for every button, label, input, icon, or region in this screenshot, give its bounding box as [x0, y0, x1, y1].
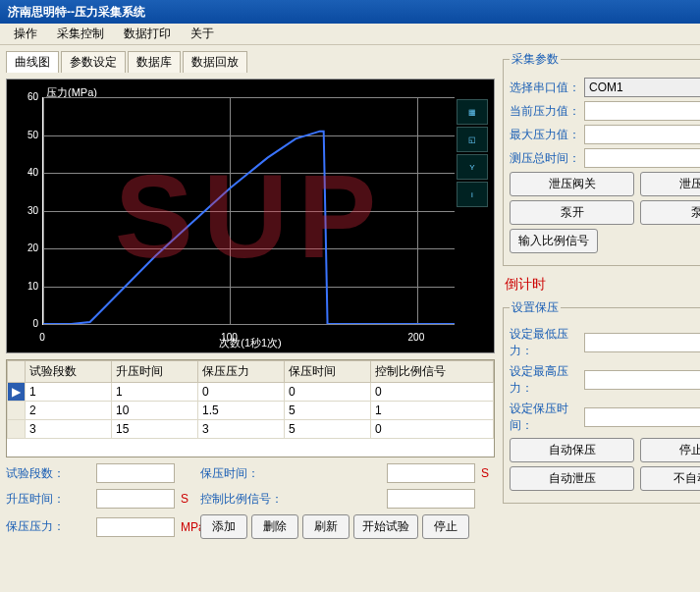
col-rowhead [8, 361, 26, 383]
menu-bar: 操作 采集控制 数据打印 关于 [0, 24, 700, 45]
x-tick: 100 [221, 332, 238, 343]
window-title: 济南思明特--压力采集系统 [0, 0, 700, 24]
unit-mpa: MPa [181, 520, 194, 534]
y-tick: 30 [15, 205, 38, 216]
input-total-time[interactable] [584, 148, 700, 168]
label-rise: 升压时间： [6, 491, 90, 508]
tab-strip: 曲线图 参数设定 数据库 数据回放 [6, 51, 495, 73]
collect-params-legend: 采集参数 [510, 51, 561, 68]
input-min-pressure[interactable] [584, 333, 700, 352]
input-rise[interactable] [96, 489, 175, 509]
y-tick: 40 [15, 167, 38, 178]
tab-params[interactable]: 参数设定 [61, 51, 126, 73]
unit-s: S [481, 466, 495, 480]
chart-tool-panel: ▦ ◱ Y i [457, 99, 490, 207]
input-signal-button[interactable]: 输入比例信号 [510, 229, 598, 253]
auto-hold-button[interactable]: 自动保压 [510, 438, 634, 462]
pump-off-button[interactable]: 泵关 [640, 200, 700, 225]
no-auto-release-button[interactable]: 不自动泄压 [640, 466, 700, 491]
y-tick: 20 [15, 242, 38, 253]
x-tick: 0 [39, 332, 45, 343]
hold-settings-group: 设置保压 设定最低压力： MPa 设定最高压力： MPa 设定保压时间： S 自… [503, 299, 700, 504]
input-holdp[interactable] [96, 517, 175, 537]
label-ht: 设定保压时间： [510, 401, 580, 434]
table-row[interactable]: 315350 [8, 420, 494, 439]
stop-button[interactable]: 停止 [422, 514, 469, 539]
col-holdp[interactable]: 保压压力 [197, 361, 284, 383]
stage-form: 试验段数： 保压时间： S 升压时间： S 控制比例信号： 保压压力： MPa … [6, 463, 495, 539]
input-cur-pressure[interactable] [584, 101, 700, 121]
y-tick: 60 [15, 91, 38, 102]
menu-about[interactable]: 关于 [181, 24, 224, 44]
label-max: 最大压力值： [510, 127, 580, 143]
label-holdp: 保压压力： [6, 518, 90, 535]
start-test-button[interactable]: 开始试验 [353, 514, 418, 539]
auto-release-button[interactable]: 自动泄压 [510, 466, 634, 491]
menu-collect-control[interactable]: 采集控制 [47, 24, 114, 44]
input-sig[interactable] [387, 489, 475, 509]
delete-button[interactable]: 删除 [251, 514, 298, 539]
y-tick: 50 [15, 130, 38, 140]
table-row[interactable]: 2101.551 [8, 402, 494, 420]
stages-table[interactable]: 试验段数 升压时间 保压压力 保压时间 控制比例信号 ▶110002101.55… [6, 359, 495, 457]
y-tick: 0 [15, 318, 38, 329]
col-sig[interactable]: 控制比例信号 [370, 361, 493, 383]
col-seg[interactable]: 试验段数 [26, 361, 112, 383]
label-cur: 当前压力值： [510, 103, 580, 120]
menu-operate[interactable]: 操作 [4, 24, 47, 44]
col-rise[interactable]: 升压时间 [111, 361, 197, 383]
input-hold-time[interactable] [584, 407, 700, 427]
label-maxp: 设定最高压力： [510, 363, 580, 397]
tab-curve[interactable]: 曲线图 [6, 51, 59, 73]
input-seg[interactable] [96, 463, 175, 483]
menu-print[interactable]: 数据打印 [114, 24, 181, 44]
countdown-label: 倒计时 [505, 276, 692, 294]
chart-area: SUP 压力(MPa) 次数(1秒1次) ▦ ◱ Y i 01020304050… [6, 79, 495, 353]
stop-hold-button[interactable]: 停止保压 [640, 438, 700, 462]
tab-database[interactable]: 数据库 [128, 51, 181, 73]
tab-playback[interactable]: 数据回放 [183, 51, 247, 73]
label-time: 测压总时间： [510, 150, 580, 167]
label-holdt: 保压时间： [200, 465, 381, 482]
chart-tool-grid-icon[interactable]: ▦ [457, 99, 488, 125]
col-holdt[interactable]: 保压时间 [284, 361, 370, 383]
pump-on-button[interactable]: 泵开 [510, 200, 634, 225]
label-sig: 控制比例信号： [200, 491, 381, 508]
x-tick: 200 [408, 332, 425, 343]
add-button[interactable]: 添加 [200, 514, 247, 539]
label-seg: 试验段数： [6, 465, 90, 482]
hold-settings-legend: 设置保压 [510, 299, 561, 316]
collect-params-group: 采集参数 选择串口值： COM1 当前压力值： MPa 最大压力值： MPa 测… [503, 51, 700, 266]
select-com[interactable]: COM1 [584, 78, 700, 97]
table-row[interactable]: ▶11000 [8, 383, 494, 402]
chart-tool-info-icon[interactable]: i [457, 182, 488, 207]
chart-tool-zoom-icon[interactable]: ◱ [457, 127, 488, 152]
valve-open-button[interactable]: 泄压阀开 [640, 172, 700, 196]
y-tick: 10 [15, 281, 38, 292]
valve-close-button[interactable]: 泄压阀关 [510, 172, 634, 196]
chart-tool-y-icon[interactable]: Y [457, 154, 488, 180]
refresh-button[interactable]: 刷新 [302, 514, 350, 539]
input-holdt[interactable] [387, 463, 475, 483]
input-max-pressure[interactable] [584, 125, 700, 144]
input-max-pressure-set[interactable] [584, 370, 700, 390]
unit-s2: S [181, 492, 194, 506]
label-com: 选择串口值： [510, 80, 580, 96]
label-minp: 设定最低压力： [510, 326, 580, 359]
